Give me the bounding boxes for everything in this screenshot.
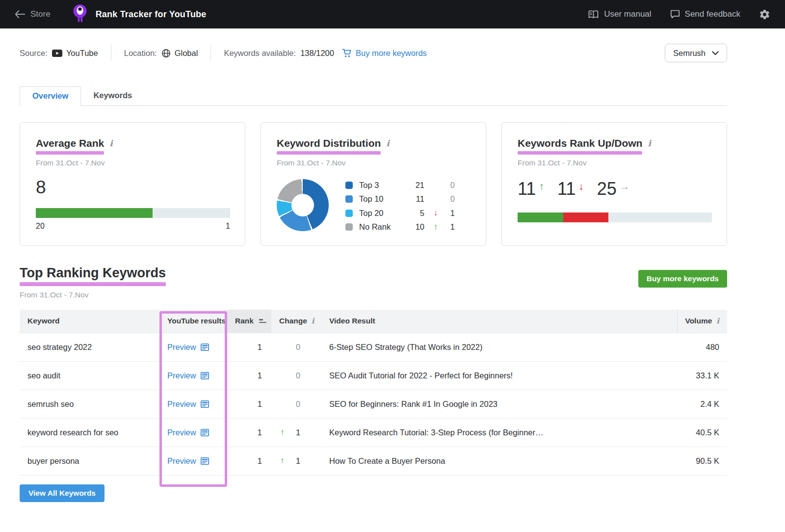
project-selector-value: Semrush — [673, 49, 706, 58]
divider — [111, 45, 111, 61]
rank-cell: 1 — [227, 333, 271, 361]
change-cell: 0 — [271, 333, 321, 361]
change-cell: ↑1 — [271, 418, 321, 447]
average-rank-title: Average Rank — [36, 137, 104, 149]
legend-label: No Rank — [359, 222, 406, 232]
preview-link[interactable]: Preview — [167, 399, 209, 409]
top-ranking-keywords-section: Top Ranking Keywords From 31.Oct - 7.Nov… — [20, 266, 727, 299]
preview-link[interactable]: Preview — [167, 343, 209, 352]
video-preview-icon — [201, 429, 209, 436]
user-manual-link[interactable]: User manual — [588, 9, 651, 19]
sort-icon[interactable] — [259, 319, 266, 323]
legend-change-arrow-icon: ↓ — [424, 208, 447, 218]
rank-updown-card: Keywords Rank Up/Down i From 31.Oct - 7.… — [501, 122, 727, 246]
infobar: Source: YouTube Location: — [20, 43, 727, 63]
header-change: Change i — [271, 310, 321, 333]
chevron-down-icon — [712, 51, 719, 55]
unchanged-stat: 25 → — [597, 180, 630, 198]
cart-icon — [342, 49, 352, 58]
unchanged-value: 25 — [597, 180, 617, 198]
keyword-distribution-title: Keyword Distribution — [277, 137, 381, 149]
average-rank-card: Average Rank i From 31.Oct - 7.Nov 8 20 … — [20, 122, 245, 246]
table-row: seo strategy 2022 Preview — [20, 333, 727, 361]
preview-label: Preview — [167, 456, 196, 466]
rank-cell: 1 — [227, 390, 271, 418]
keyword-distribution-daterange: From 31.Oct - 7.Nov — [277, 159, 471, 167]
info-icon[interactable]: i — [716, 317, 719, 325]
volume-cell: 2.4 K — [677, 390, 727, 418]
location-value: Global — [175, 49, 198, 58]
back-to-store-link[interactable]: Store — [15, 9, 51, 19]
legend-bullet — [345, 195, 353, 203]
legend-row: No Rank 10 ↑ 1 — [345, 220, 455, 235]
preview-label: Preview — [167, 428, 196, 437]
volume-cell: 33.1 K — [677, 361, 727, 390]
keywords-available-label: Keywords available: — [224, 49, 296, 58]
youtube-results-cell: Preview — [159, 418, 227, 447]
legend-change-value: 1 — [447, 209, 455, 218]
table-row: semrush seo Preview — [20, 390, 727, 418]
video-preview-icon — [201, 344, 209, 351]
tab-bar: Overview Keywords — [20, 86, 727, 106]
keywords-table-wrap: Keyword YouTube results Rank Change i — [20, 310, 727, 476]
change-arrow-icon: ↑ — [279, 456, 290, 466]
info-icon[interactable]: i — [109, 138, 112, 148]
back-arrow-icon — [15, 10, 25, 18]
youtube-icon — [52, 50, 62, 57]
keywords-available-value: 138/1200 — [300, 49, 334, 58]
legend-change-arrow-icon: ↑ — [424, 222, 447, 232]
tab-overview[interactable]: Overview — [20, 86, 81, 106]
ranked-down-value: 11 — [557, 180, 576, 198]
legend-bullet — [345, 223, 353, 231]
tab-keywords[interactable]: Keywords — [81, 86, 144, 106]
preview-label: Preview — [167, 371, 196, 380]
ranked-up-stat: 11 ↑ — [518, 180, 544, 198]
source-value: YouTube — [66, 49, 98, 58]
right-arrow-icon: → — [620, 181, 630, 192]
legend-label: Top 20 — [359, 209, 406, 218]
info-icon[interactable]: i — [386, 138, 389, 148]
legend-row: Top 10 11 0 — [345, 192, 455, 207]
average-rank-value: 8 — [36, 178, 230, 196]
preview-label: Preview — [167, 399, 196, 409]
book-icon — [588, 10, 599, 19]
volume-cell: 40.5 K — [677, 418, 727, 447]
keywords-available: Keywords available: 138/1200 — [224, 49, 334, 58]
keyword-cell: seo strategy 2022 — [20, 333, 159, 361]
legend-label: Top 10 — [359, 194, 406, 204]
project-selector-dropdown[interactable]: Semrush — [665, 44, 727, 62]
source-label: Source: — [20, 49, 48, 58]
header-rank[interactable]: Rank — [227, 310, 271, 333]
change-cell: ↑1 — [271, 447, 321, 475]
header-rank-label: Rank — [235, 317, 254, 325]
view-all-keywords-button[interactable]: View All Keywords — [20, 484, 105, 502]
legend-change-value: 0 — [447, 181, 455, 190]
youtube-results-cell: Preview — [159, 447, 227, 475]
video-result-cell: SEO Audit Tutorial for 2022 - Perfect fo… — [321, 361, 677, 390]
info-icon[interactable]: i — [648, 138, 651, 148]
legend-value: 10 — [406, 222, 424, 232]
keyword-cell: buyer persona — [20, 447, 159, 475]
preview-link[interactable]: Preview — [167, 428, 209, 437]
settings-gear-icon[interactable] — [759, 9, 770, 20]
rank-cell: 1 — [227, 418, 271, 447]
buy-more-keywords-link[interactable]: Buy more keywords — [342, 49, 427, 58]
video-preview-icon — [201, 457, 209, 465]
header-video-result: Video Result — [321, 310, 677, 333]
preview-link[interactable]: Preview — [167, 371, 209, 380]
table-row: keyword research for seo Preview — [20, 418, 727, 447]
send-feedback-link[interactable]: Send feedback — [670, 9, 740, 19]
preview-link[interactable]: Preview — [167, 456, 209, 466]
info-icon[interactable]: i — [312, 317, 314, 325]
annotation-underline — [518, 151, 642, 155]
summary-cards: Average Rank i From 31.Oct - 7.Nov 8 20 … — [20, 122, 727, 246]
keyword-cell: keyword research for seo — [20, 418, 159, 447]
change-cell: 0 — [271, 390, 321, 418]
legend-bullet — [345, 210, 353, 217]
buy-more-keywords-button[interactable]: Buy more keywords — [638, 270, 727, 288]
down-arrow-icon: ↓ — [578, 181, 584, 192]
location-label: Location: — [124, 49, 157, 58]
feedback-bubble-icon — [670, 10, 680, 19]
keyword-cell: seo audit — [20, 361, 159, 390]
header-volume: Volume i — [677, 310, 727, 333]
